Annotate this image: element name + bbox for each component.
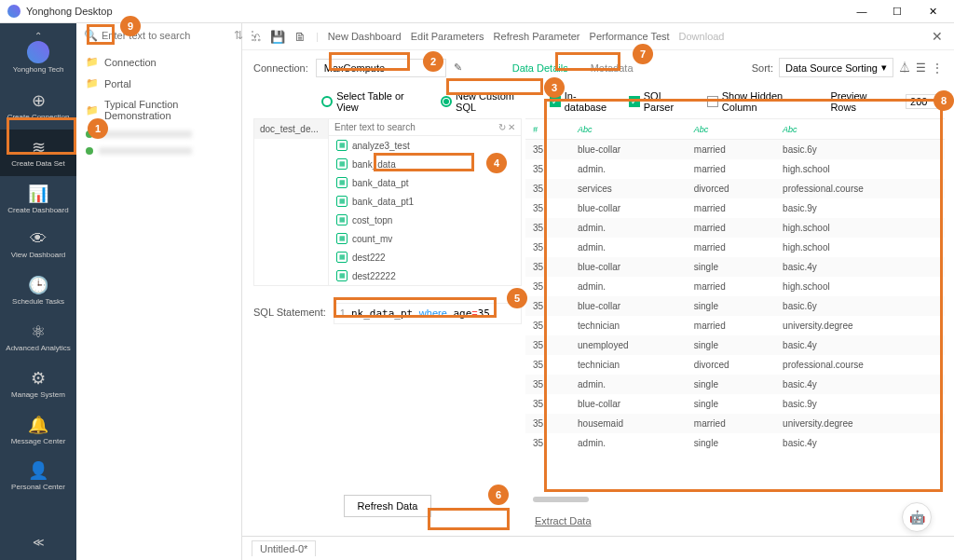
table-cell: 35	[525, 316, 570, 335]
close-button[interactable]: ✕	[919, 6, 947, 18]
table-search-input[interactable]	[334, 122, 497, 132]
nav-schedule-tasks[interactable]: 🕒 Schedule Tasks	[0, 267, 76, 314]
close-panel-icon[interactable]: ✕	[932, 29, 943, 44]
nav-label: Manage System	[11, 391, 65, 400]
tree-panel: 🔍 ⇅ ⋮ 📁 Connection 📁 Portal 📁 Typical Fu…	[76, 23, 242, 560]
chk-sqlparser[interactable]: ✓ SQL Parser	[629, 90, 696, 113]
sort-select[interactable]: Data Source Sorting ▾	[779, 58, 893, 77]
back-icon[interactable]: ⎌	[253, 30, 261, 44]
table-item-label: count_mv	[352, 234, 392, 244]
table-cell: married	[687, 218, 775, 238]
nav-view-dashboard[interactable]: 👁 View Dashboard	[0, 222, 76, 267]
maximize-button[interactable]: ☐	[883, 6, 911, 18]
radio-custom-sql[interactable]: New Custom SQL	[441, 90, 537, 113]
refresh-data-button[interactable]: Refresh Data	[344, 495, 432, 517]
col-header[interactable]: Abc	[775, 119, 945, 140]
extract-data-link[interactable]: Extract Data	[525, 506, 945, 536]
table-cell: university.degree	[775, 414, 945, 433]
table-item[interactable]: ▦dest222	[329, 248, 521, 266]
table-item[interactable]: ▦count_mv	[329, 229, 521, 248]
table-row[interactable]: 35admin.marriedhigh.school	[525, 159, 945, 179]
table-cell: blue-collar	[570, 394, 687, 414]
collapse-sidebar-button[interactable]: ≪	[21, 525, 56, 560]
table-row[interactable]: 35techniciandivorcedprofessional.course	[525, 355, 945, 375]
nav-create-dashboard[interactable]: 📊 Create Dashboard	[0, 176, 76, 223]
table-cell: basic.6y	[775, 140, 945, 160]
tab-data-details[interactable]: Data Details	[505, 60, 576, 76]
edit-connection-icon[interactable]: ✎	[454, 61, 462, 74]
close-icon[interactable]: ✕	[508, 122, 515, 132]
options-row: Select Table or View New Custom SQL ✓ In…	[242, 85, 954, 118]
new-dashboard-link[interactable]: New Dashboard	[328, 31, 402, 42]
radio-icon	[441, 96, 452, 107]
nav-create-connection[interactable]: ⊕ Create Connection	[0, 83, 76, 130]
table-row[interactable]: 35blue-collarmarriedbasic.6y	[525, 140, 945, 160]
table-cell: professional.course	[775, 179, 945, 198]
callout-2: 2	[423, 51, 443, 72]
refresh-parameter-link[interactable]: Refresh Parameter	[494, 31, 580, 42]
download-link[interactable]: Download	[679, 31, 725, 42]
tab-metadata[interactable]: Metadata	[583, 60, 641, 76]
table-cell: high.school	[775, 159, 945, 179]
table-cell: 35	[525, 277, 570, 296]
tree-item-portal[interactable]: 📁 Portal	[76, 73, 241, 94]
nav-label: Create Dashboard	[7, 207, 68, 215]
table-cell: 35	[525, 218, 570, 238]
table-row[interactable]: 35blue-collarsinglebasic.6y	[525, 296, 945, 316]
table-item[interactable]: ▦cost_topn	[329, 211, 521, 229]
table-cell: 35	[525, 433, 570, 453]
table-cell: technician	[570, 355, 687, 375]
filter-icon[interactable]: ⏃	[899, 61, 910, 75]
saveas-icon[interactable]: 🗎	[294, 30, 307, 44]
more-icon[interactable]: ⋮	[932, 61, 943, 75]
nav-create-dataset[interactable]: ≋ Create Data Set	[0, 130, 76, 176]
table-row[interactable]: 35admin.marriedhigh.school	[525, 218, 945, 238]
titlebar: Yonghong Desktop — ☐ ✕	[0, 0, 954, 23]
nav-manage-system[interactable]: ⚙ Manage System	[0, 361, 76, 407]
table-row[interactable]: 35blue-collarsinglebasic.9y	[525, 394, 945, 414]
table-item[interactable]: ▦dest22222	[329, 266, 521, 285]
refresh-icon[interactable]: ↻	[498, 122, 506, 132]
table-cell: 35	[525, 296, 570, 316]
table-cell: 35	[525, 140, 570, 160]
save-icon[interactable]: 💾	[270, 30, 285, 44]
table-row[interactable]: 35blue-collarsinglebasic.4y	[525, 257, 945, 277]
edit-parameters-link[interactable]: Edit Parameters	[411, 31, 484, 42]
table-item[interactable]: ▦bank_data_pt1	[329, 192, 521, 211]
table-row[interactable]: 35servicesdivorcedprofessional.course	[525, 179, 945, 198]
database-item[interactable]: doc_test_de...	[254, 119, 328, 139]
table-cell: divorced	[687, 355, 775, 375]
table-row[interactable]: 35admin.singlebasic.4y	[525, 375, 945, 394]
horizontal-scrollbar[interactable]	[533, 497, 589, 502]
minimize-button[interactable]: —	[848, 6, 876, 18]
nav-message-center[interactable]: 🔔 Message Center	[0, 407, 76, 454]
performance-test-link[interactable]: Performance Test	[590, 31, 670, 42]
tree-list: 📁 Connection 📁 Portal 📁 Typical Function…	[76, 48, 241, 163]
tree-item-connection[interactable]: 📁 Connection	[76, 51, 241, 73]
table-row[interactable]: 35housemaidmarrieduniversity.degree	[525, 414, 945, 433]
col-header[interactable]: #	[525, 119, 570, 140]
table-item[interactable]: ▦bank_data_pt	[329, 173, 521, 192]
chk-showhidden[interactable]: Show Hidden Column	[707, 90, 820, 113]
sql-input[interactable]: 1 nk_data_pt where age=35	[334, 303, 522, 324]
worksheet-tab[interactable]: Untitled-0*	[252, 540, 316, 556]
chat-assistant-button[interactable]: 🤖	[902, 502, 932, 532]
table-row[interactable]: 35admin.singlebasic.4y	[525, 433, 945, 453]
radio-select-table[interactable]: Select Table or View	[321, 90, 428, 113]
table-cell: professional.course	[775, 355, 945, 375]
col-header[interactable]: Abc	[687, 119, 775, 140]
nav-personal-center[interactable]: 👤 Personal Center	[0, 453, 76, 499]
nav-advanced-analytics[interactable]: ⚛ Advanced Analytics	[0, 314, 76, 361]
table-row[interactable]: 35unemployedsinglebasic.4y	[525, 335, 945, 355]
table-cell: services	[570, 179, 687, 198]
table-item[interactable]: ▦analyze3_test	[329, 136, 521, 155]
folder-icon: 📁	[86, 104, 99, 116]
table-row[interactable]: 35admin.marriedhigh.school	[525, 277, 945, 296]
layout-icon[interactable]: ☰	[916, 61, 926, 75]
table-row[interactable]: 35admin.marriedhigh.school	[525, 238, 945, 257]
table-row[interactable]: 35blue-collarmarriedbasic.9y	[525, 198, 945, 218]
table-item-label: dest22222	[352, 271, 396, 281]
table-row[interactable]: 35technicianmarrieduniversity.degree	[525, 316, 945, 335]
col-header[interactable]: Abc	[570, 119, 687, 140]
table-cell: technician	[570, 316, 687, 335]
